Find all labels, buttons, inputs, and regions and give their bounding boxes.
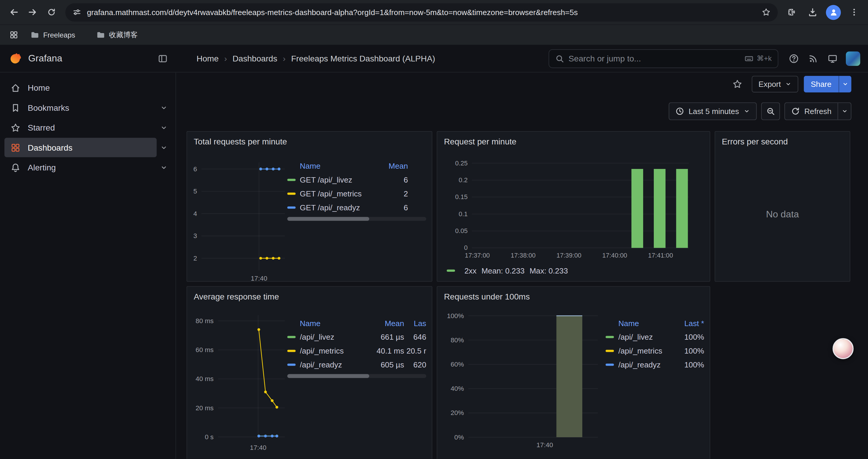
bookmark-star-icon[interactable] bbox=[762, 8, 771, 17]
scrollbar-thumb[interactable] bbox=[287, 374, 369, 378]
breadcrumb-dashboards[interactable]: Dashboards bbox=[232, 54, 277, 63]
panel-title[interactable]: Errors per second bbox=[722, 136, 844, 148]
grafana-logo-icon[interactable] bbox=[9, 52, 22, 65]
legend-scrollbar[interactable] bbox=[287, 217, 426, 221]
legend-row[interactable]: GET /api/_livez 6 bbox=[287, 173, 426, 187]
legend-scrollbar[interactable] bbox=[287, 374, 426, 378]
time-range-picker[interactable]: Last 5 minutes bbox=[669, 102, 756, 120]
expand-starred-button[interactable] bbox=[157, 121, 171, 135]
refresh-label: Refresh bbox=[804, 107, 831, 116]
search-input[interactable]: Search or jump to... ⌘+k bbox=[549, 49, 778, 68]
downloads-button[interactable] bbox=[803, 3, 822, 22]
expand-alerting-button[interactable] bbox=[157, 160, 171, 174]
series-dash-icon bbox=[287, 363, 296, 365]
site-settings-icon[interactable] bbox=[72, 8, 81, 17]
sidebar-row-home: Home bbox=[4, 78, 171, 97]
series-last: 620 bbox=[404, 360, 426, 369]
legend-col-last[interactable]: Las bbox=[404, 319, 426, 327]
legend-row[interactable]: /api/_readyz 605 µs 620 bbox=[287, 357, 426, 371]
sidebar-item-label: Home bbox=[28, 83, 50, 93]
legend-row[interactable]: GET /api/_metrics 2 bbox=[287, 186, 426, 200]
chevron-down-icon bbox=[785, 81, 791, 88]
chevron-down-icon bbox=[160, 124, 167, 131]
legend-col-name[interactable]: Name bbox=[606, 318, 678, 328]
sidebar-item-starred[interactable]: Starred bbox=[4, 118, 157, 137]
refresh-button[interactable]: Refresh bbox=[785, 103, 838, 120]
legend-col-last[interactable]: Last * bbox=[677, 319, 704, 327]
legend-row[interactable]: /api/_readyz 100% bbox=[606, 357, 704, 371]
extensions-button[interactable] bbox=[782, 3, 801, 22]
help-button[interactable] bbox=[785, 50, 803, 67]
kiosk-mode-button[interactable] bbox=[824, 50, 841, 67]
series-last: 100% bbox=[677, 360, 704, 369]
series-mean: 40.1 ms bbox=[372, 346, 404, 355]
browser-reload-button[interactable] bbox=[42, 3, 61, 22]
star-icon bbox=[11, 123, 21, 133]
browser-profile-button[interactable] bbox=[826, 5, 841, 20]
share-button[interactable]: Share bbox=[804, 76, 839, 93]
series-last: 100% bbox=[677, 346, 704, 355]
svg-text:80 ms: 80 ms bbox=[195, 317, 214, 325]
legend-row[interactable]: /api/_metrics 40.1 ms 20.5 r bbox=[287, 344, 426, 358]
url-bar[interactable]: grafana.mathmast.com/d/deytv4rwavabkb/fr… bbox=[65, 3, 778, 21]
legend-col-mean[interactable]: Mean bbox=[376, 161, 408, 170]
export-button[interactable]: Export bbox=[752, 76, 798, 93]
legend-row[interactable]: /api/_livez 661 µs 646 bbox=[287, 330, 426, 344]
legend-row[interactable]: /api/_livez 100% bbox=[606, 330, 704, 344]
person-icon bbox=[829, 8, 838, 17]
floating-assistant-avatar[interactable] bbox=[833, 338, 854, 359]
legend-row[interactable]: /api/_metrics 100% bbox=[606, 344, 704, 358]
panel-title[interactable]: Total requests per minute bbox=[194, 136, 426, 148]
refresh-icon bbox=[791, 107, 800, 116]
request-per-minute-chart: 0.250.20.150.10.05017:37:0017:38:0017:39… bbox=[443, 153, 703, 264]
svg-text:6: 6 bbox=[193, 165, 197, 173]
user-avatar[interactable] bbox=[846, 51, 860, 66]
sidebar-item-home[interactable]: Home bbox=[4, 78, 157, 97]
search-placeholder: Search or jump to... bbox=[568, 54, 641, 63]
zoom-out-button[interactable] bbox=[761, 102, 780, 120]
keyboard-icon bbox=[745, 54, 753, 63]
panel-title[interactable]: Request per minute bbox=[444, 136, 704, 148]
scrollbar-thumb[interactable] bbox=[287, 217, 369, 221]
legend-row[interactable]: GET /api/_readyz 6 bbox=[287, 200, 426, 214]
series-dash-icon bbox=[287, 206, 296, 208]
panel-average-response-time: Average response time 80 ms60 ms40 ms20 … bbox=[186, 286, 432, 459]
star-dashboard-button[interactable] bbox=[728, 75, 746, 93]
svg-text:100%: 100% bbox=[447, 312, 464, 320]
panel-title[interactable]: Average response time bbox=[194, 291, 426, 303]
legend-col-name[interactable]: Name bbox=[287, 161, 376, 171]
svg-text:20 ms: 20 ms bbox=[195, 404, 214, 412]
svg-text:17:39:00: 17:39:00 bbox=[556, 252, 581, 259]
bookmark-folder-freeleaps[interactable]: Freeleaps bbox=[25, 28, 80, 42]
series-last: 20.5 r bbox=[404, 346, 426, 355]
bell-icon bbox=[11, 162, 21, 172]
browser-forward-button[interactable] bbox=[23, 3, 42, 22]
requests-under-100ms-chart: 100%80%60%40%20%0%17:40 bbox=[443, 308, 603, 453]
apps-button[interactable] bbox=[6, 27, 22, 43]
legend-col-name[interactable]: Name bbox=[287, 318, 372, 328]
svg-text:2: 2 bbox=[193, 255, 197, 262]
refresh-interval-button[interactable] bbox=[838, 103, 851, 120]
sidebar-row-alerting: Alerting bbox=[4, 158, 171, 177]
legend-col-mean[interactable]: Mean bbox=[372, 319, 404, 327]
share-menu-button[interactable] bbox=[839, 76, 851, 93]
sidebar-toggle-button[interactable] bbox=[155, 50, 171, 67]
browser-back-button[interactable] bbox=[4, 3, 23, 22]
series-mean: Mean: 0.233 bbox=[482, 266, 525, 275]
bookmark-folder-blogs[interactable]: 收藏博客 bbox=[91, 28, 143, 42]
sidebar-item-bookmarks[interactable]: Bookmarks bbox=[4, 98, 157, 118]
expand-dashboards-button[interactable] bbox=[157, 140, 171, 155]
news-button[interactable] bbox=[804, 50, 822, 67]
browser-menu-button[interactable] bbox=[845, 3, 864, 22]
series-name[interactable]: 2xx bbox=[464, 266, 476, 275]
app-body: Home Bookmarks Starred bbox=[0, 72, 868, 459]
export-label: Export bbox=[758, 80, 781, 89]
expand-bookmarks-button[interactable] bbox=[157, 100, 171, 115]
sidebar-item-label: Starred bbox=[28, 123, 55, 132]
breadcrumb-home[interactable]: Home bbox=[196, 54, 219, 63]
sidebar-item-dashboards[interactable]: Dashboards bbox=[4, 138, 157, 157]
svg-text:5: 5 bbox=[193, 188, 197, 195]
sidebar-item-alerting[interactable]: Alerting bbox=[4, 158, 157, 177]
panel-title[interactable]: Requests under 100ms bbox=[444, 291, 704, 303]
monitor-icon bbox=[828, 54, 838, 64]
